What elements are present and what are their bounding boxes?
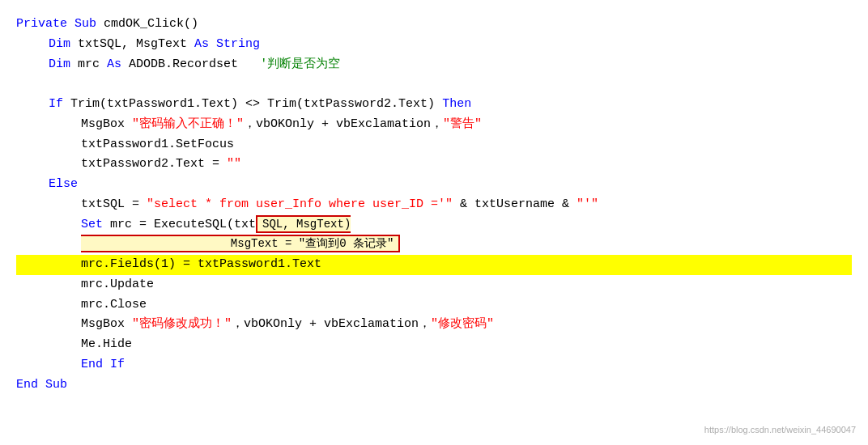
code-line-17: End If: [16, 355, 852, 375]
code-line-1: Private Sub cmdOK_Click(): [16, 15, 852, 35]
code-line-9: Else: [16, 175, 852, 195]
code-line-10: txtSQL = "select * from user_Info where …: [16, 195, 852, 215]
code-container: Private Sub cmdOK_Click() Dim txtSQL, Ms…: [0, 0, 868, 445]
code-line-4: [16, 74, 852, 95]
code-line-8: txtPassword2.Text = "": [16, 155, 852, 175]
code-line-11: Set mrc = ExecuteSQL(txtSQL, MsgText) Ms…: [16, 215, 852, 256]
code-line-2: Dim txtSQL, MsgText As String: [16, 35, 852, 55]
code-line-3: Dim mrc As ADODB.Recordset '判断是否为空: [16, 55, 852, 75]
code-line-5: If Trim(txtPassword1.Text) <> Trim(txtPa…: [16, 95, 852, 115]
code-line-13: mrc.Update: [16, 275, 852, 295]
watermark: https://blog.csdn.net/weixin_44690047: [704, 422, 856, 437]
code-line-15: MsgBox "密码修改成功！"，vbOKOnly + vbExclamatio…: [16, 315, 852, 335]
code-line-12-highlighted: mrc.Fields(1) = txtPassword1.Text: [16, 255, 852, 275]
code-line-18: End Sub: [16, 375, 852, 396]
code-line-14: mrc.Close: [16, 295, 852, 316]
code-line-6: MsgBox "密码输入不正确！"，vbOKOnly + vbExclamati…: [16, 115, 852, 135]
code-block: Private Sub cmdOK_Click() Dim txtSQL, Ms…: [16, 15, 852, 395]
code-line-16: Me.Hide: [16, 335, 852, 355]
code-line-7: txtPassword1.SetFocus: [16, 135, 852, 155]
